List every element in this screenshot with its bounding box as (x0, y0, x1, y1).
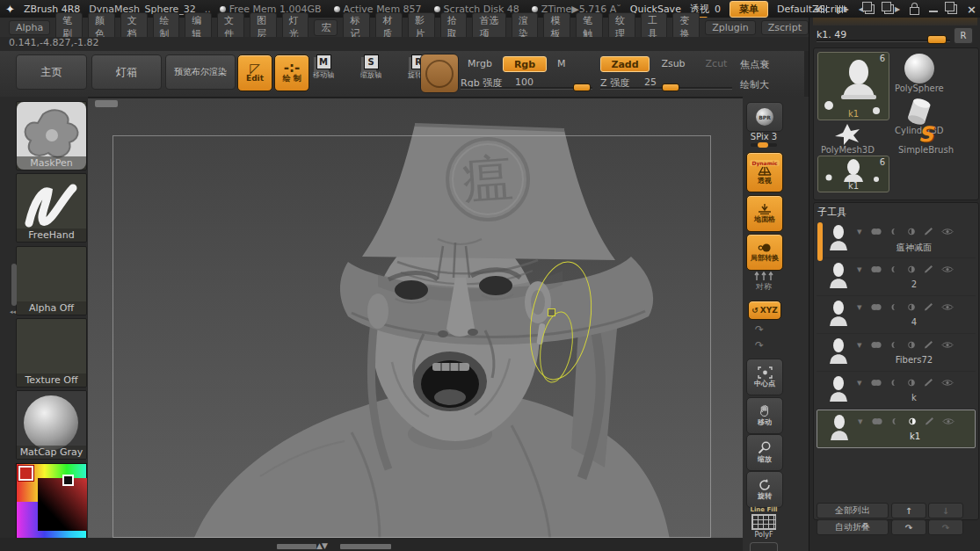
polypaint-pen-icon[interactable] (925, 417, 934, 425)
boolean-intersect-icon[interactable] (907, 228, 916, 236)
sculpt-viewport[interactable]: 瘟 (88, 97, 743, 540)
local-transform-button[interactable]: 局部转换 (746, 234, 783, 271)
tray-scroll-left-icon[interactable]: ◀ (814, 5, 826, 13)
bottom-scroll-arrows-icon[interactable]: ▲▼ (316, 541, 327, 550)
boolean-subtract-icon[interactable] (891, 417, 900, 425)
zsub-toggle[interactable]: Zsub (653, 56, 693, 70)
menu-item[interactable]: Alpha (9, 20, 50, 35)
boolean-union-icon[interactable] (870, 265, 882, 273)
subtool-name[interactable]: k (857, 393, 971, 402)
clipped-shelf-button[interactable] (750, 542, 778, 551)
frame-center-button[interactable]: 中心点 (746, 359, 783, 395)
lock-icon[interactable] (910, 7, 919, 15)
color-cursor[interactable] (62, 475, 74, 486)
saturation-value-box[interactable] (38, 478, 87, 531)
polypaint-pen-icon[interactable] (924, 228, 933, 236)
rotate-y-icon[interactable]: ↷ (755, 323, 764, 336)
collapse-icon[interactable]: ▾ (857, 301, 862, 313)
perspective-toggle-button[interactable]: Dynamic 透视 (746, 152, 783, 192)
duplicate-button[interactable]: ↷ (891, 519, 926, 535)
minimize-icon[interactable] (929, 11, 938, 12)
edit-mode-button[interactable]: ◸ Edit (237, 54, 272, 91)
subtool-scrollbar[interactable] (817, 222, 823, 261)
boolean-subtract-icon[interactable] (890, 228, 899, 236)
close-icon[interactable]: × (967, 3, 976, 16)
spix-slider-handle[interactable] (758, 142, 768, 148)
subtool-name[interactable]: 4 (857, 317, 971, 327)
list-all-button[interactable]: 全部列出 (817, 503, 889, 518)
tool-simplebrush[interactable]: S SimpleBrush (898, 124, 954, 155)
rotate-z-icon[interactable]: ↷ (755, 339, 764, 352)
canvas-scrollbar[interactable] (95, 100, 118, 107)
spix-slider-track[interactable] (751, 143, 777, 147)
subtool-row[interactable]: ▾ (817, 296, 976, 334)
boolean-intersect-icon[interactable] (907, 265, 916, 273)
subtool-down-button[interactable]: ↓ (928, 503, 963, 518)
rgb-intensity-handle[interactable] (573, 83, 591, 91)
polypaint-pen-icon[interactable] (924, 379, 933, 387)
visibility-eye-icon[interactable] (941, 228, 954, 236)
symmetry-button[interactable]: 对称 (743, 271, 785, 297)
draw-mode-button[interactable]: -:- 绘 制 (274, 54, 309, 91)
rotate-button[interactable]: 旋转 (746, 471, 783, 508)
brush-selector[interactable]: MaskPen (16, 101, 87, 170)
floor-grid-button[interactable]: 地面格 (746, 195, 783, 232)
visibility-eye-icon[interactable] (941, 265, 954, 273)
gyro-axis-button[interactable]: M 移动轴 (306, 54, 341, 80)
tray-scroll-arrows-icon[interactable]: ◂◂ (10, 309, 16, 315)
stroke-selector[interactable]: FreeHand (16, 173, 87, 243)
selected-tool-thumbnail[interactable]: 6 k1 (817, 52, 889, 120)
boolean-subtract-icon[interactable] (890, 265, 899, 273)
tool-polysphere[interactable]: PolySphere (895, 54, 944, 93)
boolean-union-icon[interactable] (870, 228, 882, 236)
copy-right-icon[interactable]: ▶ (884, 4, 900, 14)
menu-item[interactable]: Zplugin (705, 20, 756, 35)
collapse-icon[interactable]: ▾ (858, 416, 863, 427)
boolean-union-icon[interactable] (870, 303, 882, 311)
color-picker[interactable] (16, 463, 87, 540)
subtool-row[interactable]: ▾ (817, 221, 976, 258)
copy-left-icon[interactable]: ◀ (859, 4, 875, 14)
boolean-union-icon[interactable] (870, 379, 882, 387)
boolean-intersect-icon[interactable] (907, 341, 916, 349)
collapse-icon[interactable]: ▾ (857, 226, 862, 237)
subtool-name[interactable]: Fibers72 (857, 355, 971, 365)
boolean-subtract-icon[interactable] (890, 379, 899, 387)
boolean-intersect-icon[interactable] (907, 303, 916, 311)
tool-polymesh3d[interactable]: PolyMesh3D (821, 124, 875, 155)
spix-control[interactable]: SPix 3 (744, 132, 783, 147)
tray-scroll-right-icon[interactable]: ▶ (837, 5, 849, 13)
tray-scrollbar[interactable] (11, 264, 17, 306)
polypaint-pen-icon[interactable] (924, 341, 933, 349)
polypaint-pen-icon[interactable] (924, 265, 933, 273)
subtool-row[interactable]: ▾ (817, 334, 976, 372)
boolean-intersect-icon[interactable] (908, 417, 917, 425)
auto-collapse-button[interactable]: 自动折叠 (817, 519, 889, 535)
draw-size-label[interactable]: 绘制大 (740, 78, 769, 91)
bottom-scrollbar-left[interactable] (277, 544, 316, 549)
boolean-subtract-icon[interactable] (890, 303, 899, 311)
focal-shift-label[interactable]: 焦点衰 (740, 58, 769, 71)
boolean-union-icon[interactable] (870, 341, 882, 349)
tool-slider-handle[interactable] (927, 35, 947, 44)
visibility-eye-icon[interactable] (942, 417, 955, 425)
menu-item[interactable]: 宏 (314, 19, 338, 36)
append-button[interactable]: ↷ (928, 519, 963, 535)
home-button[interactable]: 主页 (16, 54, 87, 90)
mrgb-toggle[interactable]: Mrgb (461, 56, 499, 70)
bpr-render-button[interactable]: BPR (746, 102, 783, 132)
boolean-subtract-icon[interactable] (890, 341, 899, 349)
collapse-icon[interactable]: ▾ (857, 339, 862, 351)
subtool-row[interactable]: ▾ (817, 410, 976, 448)
xyz-symmetry-button[interactable]: ↺ XYZ (748, 301, 781, 320)
subtool-up-button[interactable]: ↑ (891, 503, 926, 518)
scroll-move-button[interactable]: 移动 (746, 397, 783, 434)
menu-item[interactable]: Zscript (761, 20, 809, 35)
r-button[interactable]: R (954, 27, 973, 44)
gyro-axis-button[interactable]: S 缩放轴 (353, 54, 388, 80)
rgb-toggle[interactable]: Rgb (503, 56, 547, 72)
subtool-name[interactable]: k1 (858, 431, 972, 441)
polypaint-pen-icon[interactable] (924, 303, 933, 311)
alpha-selector[interactable]: Alpha Off (16, 246, 87, 315)
z-intensity-handle[interactable] (662, 83, 679, 91)
